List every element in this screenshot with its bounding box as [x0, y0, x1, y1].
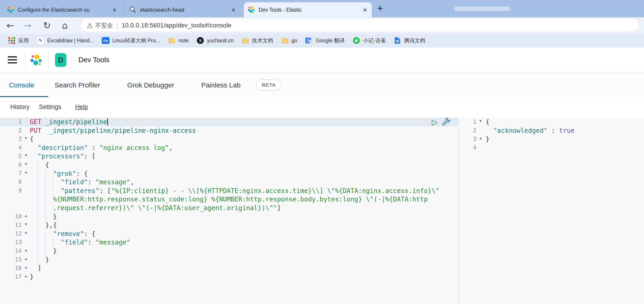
code-text: }	[30, 273, 34, 281]
menu-hamburger-icon[interactable]	[8, 56, 17, 64]
fold-toggle-icon[interactable]: ▾	[23, 222, 29, 226]
fold-toggle-icon[interactable]: ▾	[23, 161, 29, 166]
request-code-line[interactable]: 1GET _ingest/pipeline▷	[0, 118, 458, 126]
bookmark-item[interactable]: 腾讯文档	[394, 37, 425, 44]
address-bar[interactable]: ⚠ 不安全 10.0.0.18:5601/app/dev_tools#/cons…	[81, 19, 639, 32]
request-code-line[interactable]: 2PUT _ingest/pipeline/pipeline-nginx-acc…	[0, 126, 458, 135]
request-code-line[interactable]: %{NUMBER:http.response.status_code:long}…	[0, 195, 458, 204]
bookmark-item[interactable]: note	[168, 37, 188, 44]
bookmark-item[interactable]: Syuchaoit.cn	[196, 37, 234, 44]
line-number: 6	[0, 161, 22, 168]
request-code-line[interactable]: 7▾ "grok": {	[0, 169, 458, 178]
es-head-icon	[128, 6, 137, 14]
request-code-line[interactable]: 6▾ {	[0, 161, 458, 169]
send-request-icon[interactable]: ▷	[432, 118, 438, 126]
home-icon[interactable]: ⌂	[62, 18, 68, 32]
fold-toggle-icon[interactable]: ▴	[23, 256, 29, 261]
token-punct: ]	[30, 264, 42, 272]
fold-toggle-icon[interactable]: ▴	[23, 213, 29, 218]
yuque-icon	[352, 37, 360, 44]
request-code-line[interactable]: 16▴ ]	[0, 264, 458, 273]
request-code-line[interactable]: 5▾ "processors": [	[0, 152, 458, 161]
line-number: 1	[458, 118, 476, 125]
request-code-line[interactable]: 14▴ }	[0, 247, 458, 256]
code-text: ]	[30, 264, 42, 273]
console-link-help[interactable]: Help	[75, 103, 88, 111]
tab-painless-lab[interactable]: Painless Lab	[201, 73, 241, 97]
bookmark-item[interactable]: 应用	[8, 37, 29, 44]
request-code-line[interactable]: 13 "field": "message"	[0, 238, 458, 247]
browser-tab[interactable]: elasticsearch-head×	[125, 2, 240, 17]
forward-icon[interactable]: →	[24, 18, 32, 32]
fold-toggle-icon[interactable]: ▾	[23, 136, 29, 140]
line-number: 15	[0, 256, 22, 263]
bookmark-item[interactable]: go	[281, 37, 298, 44]
new-tab-button[interactable]: +	[377, 3, 383, 13]
browser-tab[interactable]: Dev Tools - Elastic×	[244, 2, 372, 17]
request-code-line[interactable]: 9 "patterns": ["%{IP:clientip} - - \\[%{…	[0, 187, 458, 195]
code-text: }	[30, 256, 49, 264]
request-code-line[interactable]: 12▾ "remove": {	[0, 230, 458, 238]
tab-close-icon[interactable]: ×	[362, 6, 368, 13]
line-number: 14	[0, 248, 22, 254]
tabstrip-scroll-pill[interactable]	[454, 6, 510, 11]
indent-guide	[38, 195, 38, 204]
token-punct: {	[30, 135, 34, 143]
fold-toggle-icon[interactable]: ▾	[478, 118, 484, 123]
fold-toggle-icon[interactable]: ▴	[23, 248, 29, 252]
tab-search-profiler[interactable]: Search Profiler	[54, 73, 100, 97]
response-code-line[interactable]: 1▾{	[458, 118, 644, 126]
indent-guide	[38, 178, 38, 187]
token-punct: :	[548, 127, 559, 134]
fold-toggle-icon[interactable]: ▾	[23, 153, 29, 157]
request-code-line[interactable]: 17▴}	[0, 273, 458, 281]
response-code-line[interactable]: 4	[458, 144, 644, 152]
tab-close-icon[interactable]: ×	[230, 6, 237, 13]
request-code-line[interactable]: 3▾{	[0, 135, 458, 144]
request-code-line[interactable]: .request.referrer})\" \"(-|%{DATA:user_a…	[0, 204, 458, 212]
request-code-line[interactable]: 4 "description" : "nginx access log",	[0, 144, 458, 152]
fold-toggle-icon[interactable]: ▴	[23, 273, 29, 278]
url-text[interactable]: 10.0.0.18:5601/app/dev_tools#/console	[122, 22, 232, 29]
tab-separator	[123, 5, 124, 14]
request-code-line[interactable]: 10▴ }	[0, 212, 458, 221]
token-str: "message"	[96, 178, 130, 186]
code-text: %{NUMBER:http.response.status_code:long}…	[30, 195, 428, 204]
bookmark-item[interactable]: OnLinux轻课大纲 Pro...	[102, 37, 160, 44]
token-punct: : [	[99, 187, 111, 195]
token-key: "description"	[38, 144, 88, 152]
request-code-line[interactable]: 8 "field": "message",	[0, 178, 458, 187]
tab-grok-debugger[interactable]: Grok Debugger	[127, 73, 174, 97]
security-label[interactable]: 不安全	[95, 21, 113, 29]
token-punct: : {	[76, 170, 88, 177]
indent-guide	[45, 229, 46, 239]
indent-guide	[38, 229, 38, 239]
request-code-line[interactable]: 15▴ }	[0, 256, 458, 264]
bookmark-item[interactable]: 技术文档	[242, 37, 273, 44]
elastic-logo-icon[interactable]	[29, 53, 43, 67]
fold-toggle-icon[interactable]: ▾	[23, 230, 29, 235]
indent-guide	[38, 169, 38, 178]
request-code-line[interactable]: 11▾ },{	[0, 221, 458, 230]
browser-tab[interactable]: Configure the Elasticsearch ou×	[3, 2, 121, 17]
response-editor[interactable]: 1▾{2 "acknowledged" : true3▴}4	[458, 118, 644, 304]
fold-toggle-icon[interactable]: ▴	[23, 265, 29, 270]
response-code-line[interactable]: 2 "acknowledged" : true	[458, 126, 644, 135]
apps-grid-icon	[8, 37, 16, 44]
back-icon[interactable]: ←	[6, 18, 14, 32]
reload-icon[interactable]: ↻	[43, 18, 51, 32]
bookmark-item[interactable]: 文AGoogle 翻译	[305, 37, 345, 44]
tab-console[interactable]: Console	[9, 73, 34, 97]
fold-toggle-icon[interactable]: ▾	[23, 170, 29, 175]
token-key: "remove"	[53, 230, 84, 238]
bookmark-item[interactable]: 小记·语雀	[352, 37, 386, 44]
wrench-icon[interactable]	[442, 118, 450, 127]
request-editor[interactable]: 1GET _ingest/pipeline▷2PUT _ingest/pipel…	[0, 118, 458, 304]
console-link-settings[interactable]: Settings	[39, 103, 62, 111]
space-avatar[interactable]: D	[55, 53, 66, 67]
bookmark-item[interactable]: ✎Excalidraw | Hand...	[37, 37, 94, 44]
console-link-history[interactable]: History	[10, 103, 30, 111]
fold-toggle-icon[interactable]: ▴	[478, 136, 484, 140]
response-code-line[interactable]: 3▴}	[458, 135, 644, 144]
tab-close-icon[interactable]: ×	[111, 6, 118, 13]
